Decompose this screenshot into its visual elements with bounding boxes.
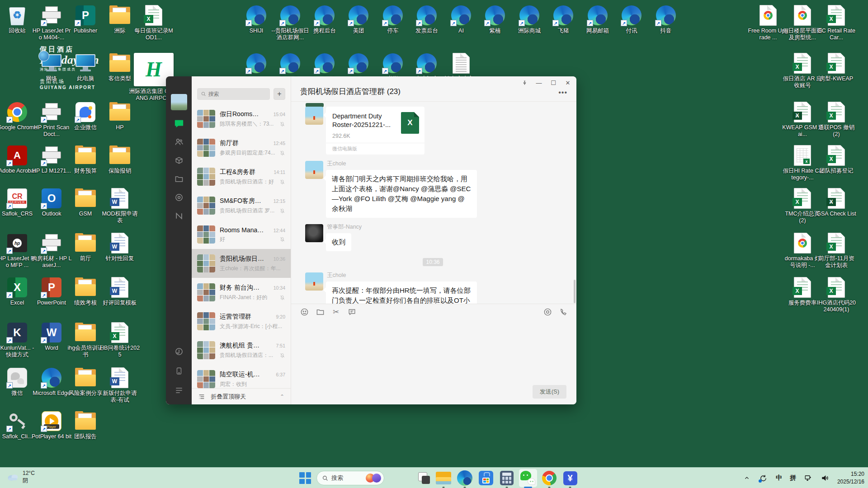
chat-list-item[interactable]: 财务 前台沟通群10:34 FINAR-Janet：好的 [192,278,291,307]
mini-programs-icon[interactable] [174,346,184,357]
taskbar-app-chrome[interactable] [540,469,558,487]
minimize-button[interactable]: — [535,79,543,86]
send-file-icon[interactable] [315,307,325,317]
shortcut-arrow-badge: ↗ [245,68,252,74]
shortcut-arrow-badge: ↗ [41,248,47,254]
desktop-icon[interactable]: W 好评回复模板 [99,277,140,306]
desktop-icon[interactable]: W 针对性回复 [99,232,140,262]
desktop-icon[interactable]: X 每日值班记录MOD1... [133,5,174,41]
desktop-icon[interactable]: HP [99,101,140,131]
taskbar-app-snipping-tool[interactable] [415,469,433,487]
chat-list-item[interactable]: SM&FO客房沟...12:15 贵阳机场假日酒店 罗... [192,191,291,220]
shortcut-arrow-badge: ↗ [621,20,627,26]
desktop-icon[interactable]: X 房型-KWEAP [816,52,857,82]
collapse-pinned-bar[interactable]: 折叠置顶聊天 ⌃ [192,388,291,404]
clock-date: 2025/12/16 [837,478,864,486]
video-call-icon[interactable] [542,307,552,317]
pin-window-icon[interactable] [520,79,528,86]
file-message[interactable]: Department Duty Roster-20251221-... 292.… [297,107,568,155]
chat-time: 10:34 [274,285,285,291]
chat-preview: 周宏：收到 [220,380,247,388]
chat-search-input[interactable] [208,91,266,97]
taskbar-clock[interactable]: 15:20 2025/12/16 [837,470,864,486]
favorites-icon[interactable] [174,155,184,166]
text-message[interactable]: 管事部-Nancy 收到 [297,224,568,251]
more-options-icon[interactable]: ••• [558,89,567,97]
sender-avatar[interactable] [305,272,323,291]
chat-history-icon[interactable] [347,307,357,317]
chat-title: 工程&房务群 [220,168,255,176]
start-button[interactable] [296,469,314,487]
text-message[interactable]: 王chole 请各部门明天之内将下周期排班交给我哈，用上面这个表格，谢谢@Nan… [297,161,568,218]
shortcut-arrow-badge: ↗ [348,20,354,26]
channels-icon[interactable] [174,211,184,221]
voice-call-icon[interactable] [558,307,568,317]
shortcut-arrow-badge: ↗ [484,20,491,26]
taskbar-app-pay-app[interactable]: ¥ [561,469,579,487]
shortcut-arrow-badge: ↗ [41,20,47,26]
chat-list-item[interactable]: 贵阳机场假日酒...10:36 王chole：再次提醒：年... [192,249,291,278]
sender-avatar[interactable] [305,161,323,179]
moments-icon[interactable] [174,192,184,203]
folder-icon [75,279,96,296]
taskbar-app-wechat[interactable] [519,469,537,487]
desktop-icon[interactable]: X 通联POS 撤销(2) [816,101,857,138]
chat-list-item[interactable]: 工程&房务群14:11 贵阳机场假日酒店：好 [192,162,291,191]
desktop-icon[interactable]: W 新版付款申请表-有试 [99,367,140,404]
maximize-button[interactable]: ☐ [549,79,557,86]
desktop-icon[interactable]: W MOD权限申请表 [99,188,140,224]
chat-list-item[interactable]: 前厅群12:45 参观房目前固定是:74... [192,133,291,162]
chat-scrollbar[interactable] [574,280,576,303]
chat-search-box[interactable] [197,88,270,100]
volume-icon[interactable] [821,474,830,483]
folder-icon [75,190,96,207]
new-chat-button[interactable]: + [274,88,285,100]
emoji-icon[interactable] [299,307,309,317]
taskbar-app-edge[interactable] [456,469,474,487]
folder-icon [75,147,96,164]
desktop-icon[interactable]: 团队报告 [65,410,106,440]
chevron-up-icon[interactable]: ⌃ [280,394,284,400]
close-button[interactable]: ✕ [564,79,572,86]
weather-widget[interactable]: 12°C 阴 [6,469,35,484]
desktop-icon[interactable]: X 团队招募登记 [816,145,857,174]
desktop-icon[interactable]: X GSA Check List [816,188,857,217]
text-message[interactable]: 王chole 再次提醒：年假部分由HR统一填写，请各位部门负责人一定检查好你们各… [297,272,568,304]
taskbar-app-file-explorer[interactable] [434,469,453,487]
ime-language-indicator[interactable]: 中 [776,474,782,482]
desktop-icon[interactable]: ↗ 抖音 [646,5,686,34]
sync-update-icon[interactable] [759,474,768,483]
hidden-icons-chevron[interactable] [742,474,751,483]
desktop-icon[interactable]: X IHG酒店代码20240409(1) [816,277,857,313]
screenshot-icon[interactable]: ✂ [331,307,341,317]
network-icon [41,54,62,72]
chat-files-icon[interactable] [174,174,184,184]
send-button[interactable]: 发送(S) [533,385,566,399]
desktop-icon[interactable]: X GC Retail Rate Car... [816,5,857,41]
contacts-icon[interactable] [174,136,184,147]
chat-list-item[interactable]: 澳航机组 贵阳机...7:51 贵阳机场假日酒店：... [192,336,291,365]
taskbar-app-microsoft-store[interactable] [477,469,495,487]
chat-list-item[interactable]: Rooms Manag...12:44 好 [192,220,291,249]
shortcut-arrow-badge: ↗ [552,20,559,26]
sender-avatar[interactable] [305,107,323,125]
chat-list-item[interactable]: 运营管理群9:20 文员-张源涛-Eric：[小程... [192,307,291,336]
chats-tab-icon[interactable] [174,118,184,129]
desktop-icon[interactable]: X 前厅部-11月资金计划表 [816,232,857,269]
chat-list-item[interactable]: 假日Rooms房态...15:04 陈琪客房楼层＼：73... [192,104,291,133]
network-icon[interactable] [804,474,813,483]
message-input[interactable] [291,320,576,385]
user-avatar[interactable] [171,94,187,110]
chat-preview: FINAR-Janet：好的 [220,294,267,301]
phone-icon[interactable] [174,366,184,376]
taskbar-app-calculator[interactable] [498,469,516,487]
group-avatar [197,110,215,128]
menu-icon[interactable] [174,385,184,396]
message-history[interactable]: Department Duty Roster-20251221-... 292.… [291,102,576,304]
desktop-icon[interactable]: X HB问卷统计2025 [99,322,140,358]
sender-avatar[interactable] [305,224,323,242]
desktop-icon[interactable]: 保险报销 [99,145,140,174]
taskbar-search[interactable]: 搜索 [316,471,384,485]
snipping-tool-icon [417,471,431,485]
ime-mode-indicator[interactable]: 拼 [790,474,796,482]
